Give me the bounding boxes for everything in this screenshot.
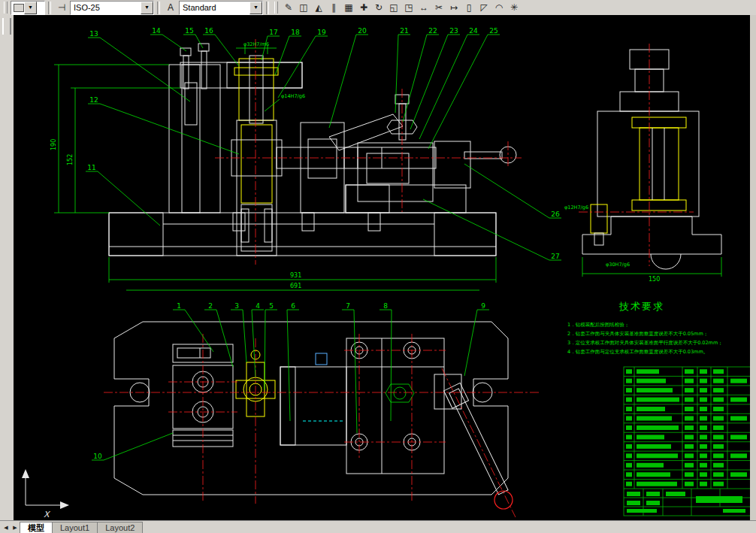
erase-icon[interactable]: ✎ — [281, 1, 296, 14]
toolbar-grip[interactable] — [4, 2, 8, 14]
lengthen-icon[interactable]: ↔ — [416, 1, 431, 14]
dim-side-width: 150 — [649, 276, 660, 283]
dim-style-value: ISO-25 — [71, 3, 141, 12]
explode-icon[interactable]: ✳ — [507, 1, 522, 14]
mini-combo[interactable]: ▼ — [11, 1, 45, 15]
callout-15: 15 — [185, 27, 193, 35]
tech-req-item: 2．钻套工作面与夹具体安装基准面垂直度误差不大于0.05mm； — [567, 331, 708, 337]
rotate-icon[interactable]: ↻ — [371, 1, 386, 14]
callout-2: 2 — [208, 302, 213, 310]
callout-12: 12 — [89, 96, 98, 104]
callout-7: 7 — [346, 302, 350, 310]
side-view: 150 φ12H7/g6 φ30H7/g6 — [564, 44, 721, 283]
layout-tabbar: ◀ ▶ 模型 Layout1 Layout2 — [0, 520, 756, 533]
tab-model-label: 模型 — [28, 523, 44, 532]
callout-18: 18 — [291, 29, 300, 36]
callout-27: 27 — [551, 253, 559, 260]
callout-6: 6 — [291, 302, 295, 310]
toolbar-grip[interactable] — [2, 18, 11, 35]
modify-toolbar: ✎◫◭∥▦✚↻◱◳↔✂↦▯◸◠✳ — [281, 1, 522, 14]
dim-style-icon[interactable]: ⊣ — [54, 1, 69, 14]
tech-req-item: 4．钻套工作面与定位支承板工作面垂直度误差不大于0.03mm。 — [567, 349, 708, 355]
ucs-icon: X — [22, 469, 69, 519]
callout-8: 8 — [383, 302, 388, 310]
chevron-down-icon[interactable]: ▼ — [141, 2, 153, 14]
break-icon[interactable]: ▯ — [461, 1, 476, 14]
tab-layout2-label: Layout2 — [105, 523, 135, 532]
move-icon[interactable]: ✚ — [356, 1, 371, 14]
callout-5: 5 — [269, 302, 274, 310]
callout-25: 25 — [489, 27, 497, 35]
ucs-x-label: X — [44, 510, 51, 519]
vertical-scrollbar[interactable] — [749, 15, 756, 521]
fit-bushing-label: φ14H7/g6 — [281, 93, 305, 99]
tab-layout1[interactable]: Layout1 — [52, 522, 98, 533]
tech-req-item: 3．定位支承板工作面对夹具体安装基准面平行度误差不大于0.02mm； — [567, 340, 723, 346]
tab-layout1-label: Layout1 — [60, 523, 89, 532]
swatch-icon — [14, 4, 24, 12]
callout-9: 9 — [481, 302, 485, 310]
scale-icon[interactable]: ◱ — [386, 1, 401, 14]
toolbar-separator — [157, 2, 160, 14]
toolbar-separator — [266, 2, 269, 14]
tab-model[interactable]: 模型 — [20, 522, 53, 533]
dim-left-inner: 152 — [67, 154, 74, 165]
callout-24: 24 — [469, 27, 478, 35]
callout-21: 21 — [400, 27, 408, 35]
callout-22: 22 — [428, 27, 437, 35]
centerlines-plan — [104, 334, 540, 517]
left-toolbar-strip — [0, 15, 14, 521]
bom-table — [624, 367, 750, 516]
dim-left-outer: 190 — [50, 139, 57, 150]
dim-style-combo[interactable]: ISO-25 ▼ — [70, 1, 154, 15]
array-icon[interactable]: ▦ — [341, 1, 356, 14]
front-section-view — [109, 44, 516, 256]
text-style-value: Standard — [180, 3, 249, 12]
extend-icon[interactable]: ↦ — [446, 1, 461, 14]
callout-13: 13 — [89, 30, 98, 38]
chevron-down-icon[interactable]: ▼ — [24, 2, 37, 14]
offset-icon[interactable]: ∥ — [326, 1, 341, 14]
mirror-icon[interactable]: ◭ — [311, 1, 326, 14]
chamfer-icon[interactable]: ◸ — [476, 1, 491, 14]
tab-scroll-left-icon[interactable]: ◀ — [2, 522, 11, 533]
tech-req-item: 1．钻模装配后按图纸检验； — [567, 322, 629, 328]
callout-16: 16 — [204, 27, 213, 35]
callout-10: 10 — [93, 453, 102, 460]
tab-layout2[interactable]: Layout2 — [97, 522, 143, 533]
callout-11: 11 — [87, 164, 95, 171]
top-toolbar: ▼ ⊣ ISO-25 ▼ A Standard ▼ ✎◫◭∥▦✚↻◱◳↔✂↦▯◸… — [0, 0, 756, 16]
plan-view — [114, 322, 513, 509]
toolbar-separator — [48, 2, 51, 14]
chevron-down-icon[interactable]: ▼ — [249, 2, 262, 14]
part-callouts: 1234567891011121314151617181920212223242… — [86, 27, 561, 460]
copy-icon[interactable]: ◫ — [296, 1, 311, 14]
callout-1: 1 — [177, 302, 181, 310]
cad-application-window: { "toolbar": { "dim_style": { "value": "… — [0, 0, 756, 533]
fit-side-pin-label: φ12H7/g6 — [564, 204, 588, 210]
dim-total-width: 931 — [290, 272, 301, 279]
callout-23: 23 — [449, 27, 458, 35]
callout-17: 17 — [269, 29, 277, 36]
toolbar-grip[interactable] — [274, 2, 278, 14]
technical-requirements: 技术要求 1．钻模装配后按图纸检验； 2．钻套工作面与夹具体安装基准面垂直度误差… — [567, 301, 723, 355]
callout-26: 26 — [551, 210, 560, 218]
text-style-combo[interactable]: Standard ▼ — [179, 1, 263, 15]
trim-icon[interactable]: ✂ — [431, 1, 446, 14]
callout-14: 14 — [152, 27, 161, 35]
dim-inner-width: 691 — [290, 283, 301, 289]
fit-side-bore-label: φ30H7/g6 — [606, 262, 630, 268]
text-style-icon[interactable]: A — [163, 1, 178, 14]
callout-4: 4 — [256, 302, 260, 310]
drawing-canvas[interactable]: 931 691 190 152 φ32H7/m6 φ14H7/g6 — [14, 15, 750, 521]
callout-3: 3 — [234, 302, 239, 310]
callout-19: 19 — [317, 29, 326, 36]
callout-20: 20 — [358, 27, 367, 35]
stretch-icon[interactable]: ◳ — [401, 1, 416, 14]
tab-scroll-right-icon[interactable]: ▶ — [11, 522, 20, 533]
tech-req-title: 技术要求 — [618, 301, 664, 312]
fillet-icon[interactable]: ◠ — [491, 1, 507, 14]
